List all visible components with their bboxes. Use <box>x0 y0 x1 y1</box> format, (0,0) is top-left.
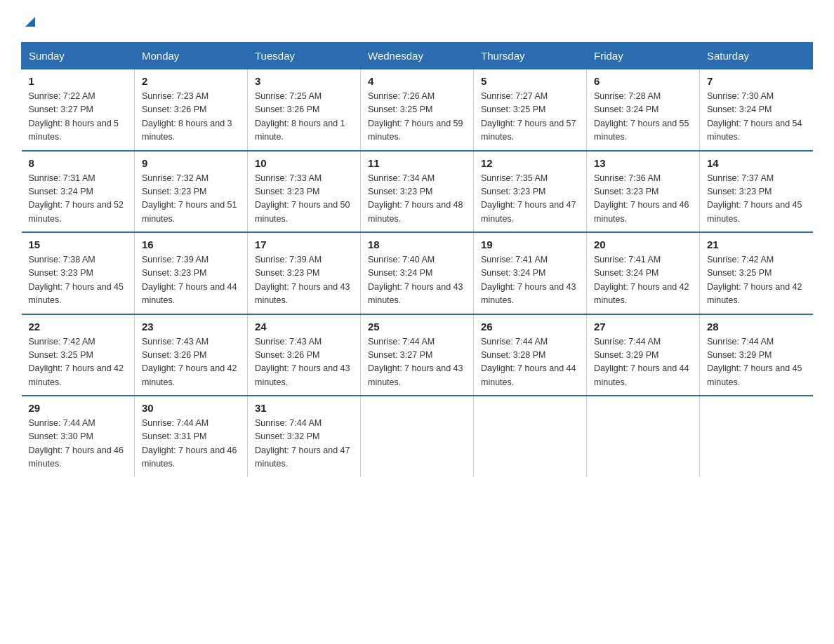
day-number: 6 <box>594 75 692 87</box>
day-info: Sunrise: 7:35 AMSunset: 3:23 PMDaylight:… <box>481 173 576 224</box>
day-number: 2 <box>142 75 240 87</box>
day-info: Sunrise: 7:27 AMSunset: 3:25 PMDaylight:… <box>481 91 576 142</box>
calendar-cell: 8Sunrise: 7:31 AMSunset: 3:24 PMDaylight… <box>22 151 135 233</box>
day-info: Sunrise: 7:43 AMSunset: 3:26 PMDaylight:… <box>142 337 237 387</box>
calendar-cell: 9Sunrise: 7:32 AMSunset: 3:23 PMDaylight… <box>135 151 248 233</box>
day-info: Sunrise: 7:32 AMSunset: 3:23 PMDaylight:… <box>142 173 237 224</box>
calendar-cell: 25Sunrise: 7:44 AMSunset: 3:27 PMDayligh… <box>361 314 474 396</box>
week-row-5: 29Sunrise: 7:44 AMSunset: 3:30 PMDayligh… <box>22 396 813 477</box>
calendar-cell: 30Sunrise: 7:44 AMSunset: 3:31 PMDayligh… <box>135 396 248 477</box>
calendar-cell: 15Sunrise: 7:38 AMSunset: 3:23 PMDayligh… <box>22 232 135 314</box>
day-number: 24 <box>255 321 353 333</box>
day-number: 14 <box>707 157 806 169</box>
calendar-cell: 23Sunrise: 7:43 AMSunset: 3:26 PMDayligh… <box>135 314 248 396</box>
day-number: 30 <box>142 402 240 414</box>
calendar-cell <box>587 396 700 477</box>
calendar-cell: 13Sunrise: 7:36 AMSunset: 3:23 PMDayligh… <box>587 151 700 233</box>
day-number: 28 <box>707 321 806 333</box>
calendar-cell: 17Sunrise: 7:39 AMSunset: 3:23 PMDayligh… <box>248 232 361 314</box>
day-info: Sunrise: 7:37 AMSunset: 3:23 PMDaylight:… <box>707 173 802 224</box>
day-number: 8 <box>29 157 128 169</box>
day-number: 7 <box>707 75 806 87</box>
day-number: 16 <box>142 239 240 250</box>
day-number: 18 <box>368 239 466 250</box>
calendar-cell: 11Sunrise: 7:34 AMSunset: 3:23 PMDayligh… <box>361 151 474 233</box>
day-info: Sunrise: 7:25 AMSunset: 3:26 PMDaylight:… <box>255 91 345 142</box>
calendar-cell: 2Sunrise: 7:23 AMSunset: 3:26 PMDaylight… <box>135 69 248 151</box>
calendar-cell: 24Sunrise: 7:43 AMSunset: 3:26 PMDayligh… <box>248 314 361 396</box>
calendar-cell: 27Sunrise: 7:44 AMSunset: 3:29 PMDayligh… <box>587 314 700 396</box>
day-number: 23 <box>142 321 240 333</box>
page-header <box>21 14 813 28</box>
day-info: Sunrise: 7:42 AMSunset: 3:25 PMDaylight:… <box>29 337 124 387</box>
week-row-3: 15Sunrise: 7:38 AMSunset: 3:23 PMDayligh… <box>22 232 813 314</box>
logo <box>21 14 38 28</box>
day-info: Sunrise: 7:44 AMSunset: 3:30 PMDaylight:… <box>29 418 124 469</box>
calendar-cell: 31Sunrise: 7:44 AMSunset: 3:32 PMDayligh… <box>248 396 361 477</box>
week-row-2: 8Sunrise: 7:31 AMSunset: 3:24 PMDaylight… <box>22 151 813 233</box>
day-number: 17 <box>255 239 353 250</box>
calendar-cell: 28Sunrise: 7:44 AMSunset: 3:29 PMDayligh… <box>700 314 813 396</box>
header-thursday: Thursday <box>474 43 587 69</box>
day-number: 3 <box>255 75 353 87</box>
header-tuesday: Tuesday <box>248 43 361 69</box>
day-info: Sunrise: 7:26 AMSunset: 3:25 PMDaylight:… <box>368 91 463 142</box>
day-info: Sunrise: 7:31 AMSunset: 3:24 PMDaylight:… <box>29 173 124 224</box>
day-number: 1 <box>29 75 128 87</box>
header-monday: Monday <box>135 43 248 69</box>
calendar-cell <box>700 396 813 477</box>
day-number: 5 <box>481 75 579 87</box>
day-info: Sunrise: 7:39 AMSunset: 3:23 PMDaylight:… <box>255 255 350 305</box>
day-number: 19 <box>481 239 579 250</box>
day-info: Sunrise: 7:28 AMSunset: 3:24 PMDaylight:… <box>594 91 689 142</box>
calendar-cell: 12Sunrise: 7:35 AMSunset: 3:23 PMDayligh… <box>474 151 587 233</box>
logo-triangle-icon <box>22 13 38 28</box>
header-wednesday: Wednesday <box>361 43 474 69</box>
calendar-cell: 18Sunrise: 7:40 AMSunset: 3:24 PMDayligh… <box>361 232 474 314</box>
day-number: 29 <box>29 402 128 414</box>
day-info: Sunrise: 7:40 AMSunset: 3:24 PMDaylight:… <box>368 255 463 305</box>
calendar-cell: 7Sunrise: 7:30 AMSunset: 3:24 PMDaylight… <box>700 69 813 151</box>
day-number: 20 <box>594 239 692 250</box>
day-info: Sunrise: 7:41 AMSunset: 3:24 PMDaylight:… <box>481 255 576 305</box>
day-info: Sunrise: 7:44 AMSunset: 3:29 PMDaylight:… <box>707 337 802 387</box>
day-number: 31 <box>255 402 353 414</box>
day-info: Sunrise: 7:30 AMSunset: 3:24 PMDaylight:… <box>707 91 802 142</box>
day-info: Sunrise: 7:33 AMSunset: 3:23 PMDaylight:… <box>255 173 350 224</box>
day-info: Sunrise: 7:22 AMSunset: 3:27 PMDaylight:… <box>29 91 119 142</box>
day-info: Sunrise: 7:23 AMSunset: 3:26 PMDaylight:… <box>142 91 232 142</box>
calendar-table: SundayMondayTuesdayWednesdayThursdayFrid… <box>21 42 813 477</box>
day-info: Sunrise: 7:44 AMSunset: 3:27 PMDaylight:… <box>368 337 463 387</box>
calendar-cell: 26Sunrise: 7:44 AMSunset: 3:28 PMDayligh… <box>474 314 587 396</box>
header-friday: Friday <box>587 43 700 69</box>
week-row-4: 22Sunrise: 7:42 AMSunset: 3:25 PMDayligh… <box>22 314 813 396</box>
day-info: Sunrise: 7:44 AMSunset: 3:32 PMDaylight:… <box>255 418 350 469</box>
day-number: 27 <box>594 321 692 333</box>
calendar-cell: 14Sunrise: 7:37 AMSunset: 3:23 PMDayligh… <box>700 151 813 233</box>
day-number: 4 <box>368 75 466 87</box>
day-info: Sunrise: 7:44 AMSunset: 3:31 PMDaylight:… <box>142 418 237 469</box>
day-number: 10 <box>255 157 353 169</box>
calendar-cell <box>474 396 587 477</box>
calendar-cell: 20Sunrise: 7:41 AMSunset: 3:24 PMDayligh… <box>587 232 700 314</box>
header-saturday: Saturday <box>700 43 813 69</box>
week-row-1: 1Sunrise: 7:22 AMSunset: 3:27 PMDaylight… <box>22 69 813 151</box>
calendar-cell: 6Sunrise: 7:28 AMSunset: 3:24 PMDaylight… <box>587 69 700 151</box>
day-number: 25 <box>368 321 466 333</box>
day-number: 13 <box>594 157 692 169</box>
calendar-cell: 29Sunrise: 7:44 AMSunset: 3:30 PMDayligh… <box>22 396 135 477</box>
calendar-cell: 4Sunrise: 7:26 AMSunset: 3:25 PMDaylight… <box>361 69 474 151</box>
svg-marker-0 <box>25 17 35 27</box>
day-info: Sunrise: 7:34 AMSunset: 3:23 PMDaylight:… <box>368 173 463 224</box>
day-number: 22 <box>29 321 128 333</box>
day-info: Sunrise: 7:39 AMSunset: 3:23 PMDaylight:… <box>142 255 237 305</box>
calendar-cell: 21Sunrise: 7:42 AMSunset: 3:25 PMDayligh… <box>700 232 813 314</box>
day-info: Sunrise: 7:43 AMSunset: 3:26 PMDaylight:… <box>255 337 350 387</box>
calendar-cell: 5Sunrise: 7:27 AMSunset: 3:25 PMDaylight… <box>474 69 587 151</box>
calendar-cell: 19Sunrise: 7:41 AMSunset: 3:24 PMDayligh… <box>474 232 587 314</box>
calendar-cell: 16Sunrise: 7:39 AMSunset: 3:23 PMDayligh… <box>135 232 248 314</box>
calendar-cell: 1Sunrise: 7:22 AMSunset: 3:27 PMDaylight… <box>22 69 135 151</box>
day-number: 21 <box>707 239 806 250</box>
header-sunday: Sunday <box>22 43 135 69</box>
day-info: Sunrise: 7:44 AMSunset: 3:29 PMDaylight:… <box>594 337 689 387</box>
